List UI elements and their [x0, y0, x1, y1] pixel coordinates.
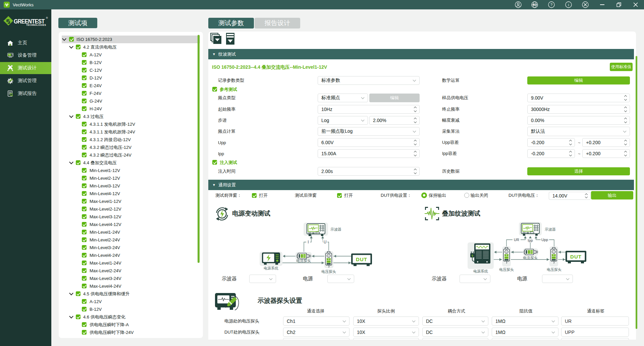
svg-text:示波器: 示波器 [545, 227, 556, 231]
svg-text:Ipp: Ipp [528, 238, 533, 242]
svg-text:DUT: DUT [570, 254, 582, 260]
svg-text:V: V [328, 255, 330, 257]
svg-text:V: V [553, 251, 555, 253]
svg-text:DUT: DUT [356, 256, 367, 262]
svg-text:U: U [324, 240, 327, 244]
svg-text:V: V [506, 251, 507, 253]
svg-text:I: I [308, 240, 309, 244]
svg-text:电压探头: 电压探头 [499, 268, 514, 272]
svg-text:示波器: 示波器 [330, 227, 341, 231]
svg-text:电源系统: 电源系统 [264, 266, 278, 270]
svg-text:电压探头: 电压探头 [547, 268, 561, 272]
svg-text:UR: UR [514, 238, 519, 242]
svg-text:LAN: LAN [533, 4, 537, 6]
svg-text:电流探头: 电流探头 [296, 259, 311, 263]
svg-text:i: i [568, 3, 569, 7]
svg-text:电流探头: 电流探头 [523, 256, 538, 260]
svg-text:电源系统: 电源系统 [473, 269, 488, 273]
svg-text:?: ? [550, 3, 552, 7]
svg-text:Upp: Upp [541, 238, 548, 242]
svg-text:电压探头: 电压探头 [321, 270, 336, 274]
